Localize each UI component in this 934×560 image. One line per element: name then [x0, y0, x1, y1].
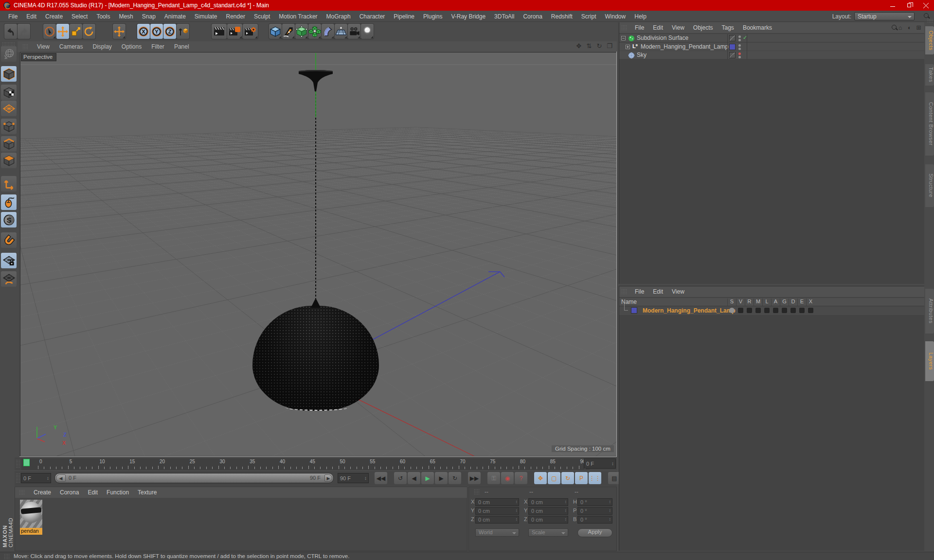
add-mograph-cloner-button[interactable]: [308, 24, 321, 39]
next-frame-button[interactable]: ▶: [435, 472, 448, 484]
workplane-rotate-button[interactable]: [1, 271, 17, 287]
viewport-solo-button[interactable]: [1, 194, 17, 210]
drag-handle[interactable]: [4, 554, 10, 560]
menu-item-motion-tracker[interactable]: Motion Tracker: [274, 13, 322, 20]
menu-item-simulate[interactable]: Simulate: [190, 13, 222, 20]
timeline-ruler[interactable]: 051015202530354045505560657075808590: [21, 458, 590, 470]
expand-icon[interactable]: [626, 45, 630, 49]
rotate-tool[interactable]: [83, 24, 95, 39]
autokey-button[interactable]: ◉: [501, 472, 514, 484]
current-frame-spinner[interactable]: 0 F: [584, 458, 616, 469]
add-floor-button[interactable]: [335, 24, 347, 39]
menu-item-tools[interactable]: Tools: [92, 13, 114, 20]
menu-item-filter[interactable]: Filter: [146, 43, 169, 50]
redo-button[interactable]: [18, 24, 30, 39]
menu-item-snap[interactable]: Snap: [138, 13, 160, 20]
menu-item-file[interactable]: File: [630, 24, 648, 31]
menu-item-tags[interactable]: Tags: [718, 24, 738, 31]
play-forward-button[interactable]: ↻: [449, 472, 461, 484]
minimize-button[interactable]: [884, 0, 901, 11]
drag-handle[interactable]: [2, 42, 15, 46]
enable-dot-bottom[interactable]: [738, 48, 741, 50]
enable-axis-button[interactable]: [1, 176, 17, 192]
drag-handle[interactable]: [474, 489, 480, 495]
add-deformer-button[interactable]: [322, 24, 334, 39]
rotation-input-h[interactable]: 0 °: [577, 498, 612, 506]
menu-item-edit[interactable]: Edit: [83, 489, 102, 496]
om-search-icon[interactable]: [887, 24, 895, 32]
make-editable-button[interactable]: [1, 46, 17, 62]
object-row-sky[interactable]: Sky: [619, 51, 924, 59]
undo-button[interactable]: [4, 24, 17, 39]
material-thumbnail[interactable]: pendan: [20, 500, 42, 528]
shield-icon[interactable]: [790, 308, 796, 313]
tab-layers[interactable]: Layers: [925, 341, 934, 381]
menu-item-sculpt[interactable]: Sculpt: [250, 13, 274, 20]
close-button[interactable]: [917, 0, 934, 11]
key-rotation-button[interactable]: ↻: [561, 472, 574, 484]
timeline-range-slider[interactable]: ◀ 0 F 90 F ▶: [54, 473, 334, 483]
previous-frame-button[interactable]: ◀: [408, 472, 420, 484]
range-end-spinner[interactable]: 90 F: [338, 473, 369, 483]
menu-item-view[interactable]: View: [667, 288, 689, 295]
menu-item-file[interactable]: File: [630, 288, 648, 295]
play-button[interactable]: ▶: [421, 472, 434, 484]
tab-objects[interactable]: Objects: [925, 26, 934, 54]
key-position-button[interactable]: ✥: [534, 472, 547, 484]
last-used-tool[interactable]: [113, 24, 126, 39]
menu-item-edit[interactable]: Edit: [648, 288, 667, 295]
view-icon[interactable]: [799, 308, 805, 313]
tab-takes[interactable]: Takes: [925, 64, 934, 86]
menu-item-display[interactable]: Display: [88, 43, 116, 50]
menu-item-create[interactable]: Create: [41, 13, 67, 20]
menu-item-options[interactable]: Options: [117, 43, 146, 50]
workplane-mode-button[interactable]: [1, 101, 17, 116]
edges-mode-button[interactable]: [1, 136, 17, 152]
apply-button[interactable]: Apply: [577, 528, 612, 537]
drag-handle[interactable]: [19, 490, 25, 495]
layout-dropdown[interactable]: Startup: [854, 12, 915, 20]
menu-item-function[interactable]: Function: [102, 489, 133, 496]
menu-item-corona[interactable]: Corona: [55, 489, 83, 496]
menu-item-create[interactable]: Create: [29, 489, 55, 496]
add-subdivision-surface-button[interactable]: [295, 24, 308, 39]
menu-item-edit[interactable]: Edit: [648, 24, 667, 31]
menu-item-bookmarks[interactable]: Bookmarks: [738, 24, 776, 31]
range-start-spinner[interactable]: 0 F: [21, 473, 51, 483]
snap-3d-button[interactable]: S: [1, 212, 17, 228]
edit-render-settings-button[interactable]: [243, 24, 258, 39]
render-icon[interactable]: [747, 308, 752, 313]
layer-icon[interactable]: [755, 308, 761, 313]
range-left-cap[interactable]: ◀: [56, 474, 66, 482]
points-mode-button[interactable]: [1, 119, 17, 134]
drag-handle[interactable]: [621, 289, 628, 295]
menu-item-render[interactable]: Render: [222, 13, 250, 20]
menu-item-file[interactable]: File: [4, 13, 22, 20]
enable-dot-top[interactable]: [738, 52, 741, 55]
menu-item-v-ray-bridge[interactable]: V-Ray Bridge: [447, 13, 490, 20]
layer-swatch[interactable]: [729, 35, 736, 41]
expand-icon[interactable]: [621, 36, 626, 40]
menu-item-mograph[interactable]: MoGraph: [322, 13, 355, 20]
viewport-toggle-icon[interactable]: ❐: [606, 43, 613, 50]
om-add-icon[interactable]: ⊞: [915, 24, 922, 32]
tab-content-browser[interactable]: Content Browser: [925, 92, 934, 156]
generator-icon[interactable]: [782, 308, 787, 313]
polygons-mode-button[interactable]: [1, 153, 17, 168]
enable-dot-top[interactable]: [738, 44, 741, 47]
layer-row-pendant-lamp[interactable]: Modern_Hanging_Pendant_Lamp: [619, 306, 924, 315]
tab-attributes[interactable]: Attributes: [925, 289, 934, 333]
enable-dot-bottom[interactable]: [738, 56, 741, 58]
range-right-cap[interactable]: ▶: [324, 474, 332, 482]
menu-item-script[interactable]: Script: [577, 13, 601, 20]
list-icon[interactable]: [773, 308, 778, 313]
material-name[interactable]: pendan: [20, 528, 42, 535]
goto-end-button[interactable]: ▶▶: [468, 472, 481, 484]
enable-snap-button[interactable]: [1, 232, 17, 248]
menu-item-help[interactable]: Help: [630, 13, 651, 20]
object-row-pendant-lamp[interactable]: Lº Modern_Hanging_Pendant_Lamp: [619, 43, 924, 51]
menu-item-corona[interactable]: Corona: [519, 13, 546, 20]
menu-item-animate[interactable]: Animate: [160, 13, 190, 20]
drag-handle[interactable]: [621, 25, 628, 31]
drag-handle[interactable]: [16, 459, 20, 468]
